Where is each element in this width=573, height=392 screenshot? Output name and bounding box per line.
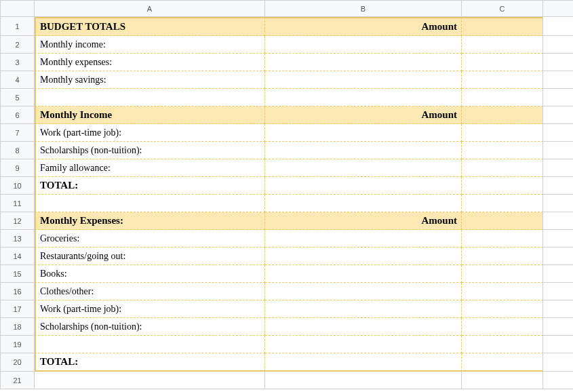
cell-c20[interactable] [462,353,543,372]
cell-a20[interactable]: TOTAL: [35,353,265,372]
row-header-6[interactable]: 6 [1,106,35,124]
cell-c4[interactable] [462,71,543,89]
cell-a11[interactable] [35,195,265,212]
cell-a15[interactable]: Books: [35,265,265,283]
cell-c10[interactable] [462,177,543,195]
row-header-7[interactable]: 7 [1,124,35,142]
cell-extra-10[interactable] [543,177,573,195]
cell-extra-17[interactable] [543,300,573,318]
cell-extra-19[interactable] [543,336,573,353]
cell-b1[interactable]: Amount [265,17,462,36]
cell-b10[interactable] [265,177,462,195]
cell-a10[interactable]: TOTAL: [35,177,265,195]
cell-b15[interactable] [265,265,462,283]
cell-b20[interactable] [265,353,462,372]
cell-a14[interactable]: Restaurants/going out: [35,248,265,265]
row-header-12[interactable]: 12 [1,212,35,230]
cell-extra-6[interactable] [543,106,573,124]
cell-c9[interactable] [462,159,543,177]
column-header-b[interactable]: B [265,1,462,17]
cell-b17[interactable] [265,300,462,318]
column-header-a[interactable]: A [35,1,265,17]
cell-c1[interactable] [462,17,543,36]
cell-a9[interactable]: Family allowance: [35,159,265,177]
cell-a7[interactable]: Work (part-time job): [35,124,265,142]
cell-b5[interactable] [265,89,462,106]
cell-extra-18[interactable] [543,318,573,336]
cell-b8[interactable] [265,142,462,159]
row-header-20[interactable]: 20 [1,353,35,372]
cell-b11[interactable] [265,195,462,212]
cell-a6[interactable]: Monthly Income [35,106,265,124]
cell-b19[interactable] [265,336,462,353]
cell-c8[interactable] [462,142,543,159]
cell-a3[interactable]: Monthly expenses: [35,54,265,71]
cell-extra-1[interactable] [543,17,573,36]
cell-a12[interactable]: Monthly Expenses: [35,212,265,230]
row-header-13[interactable]: 13 [1,230,35,248]
row-header-3[interactable]: 3 [1,54,35,71]
row-header-1[interactable]: 1 [1,17,35,36]
cell-extra-7[interactable] [543,124,573,142]
row-header-2[interactable]: 2 [1,36,35,54]
row-header-16[interactable]: 16 [1,283,35,300]
row-header-9[interactable]: 9 [1,159,35,177]
cell-c3[interactable] [462,54,543,71]
cell-c7[interactable] [462,124,543,142]
column-header-c[interactable]: C [462,1,543,17]
cell-b13[interactable] [265,230,462,248]
cell-c13[interactable] [462,230,543,248]
cell-a16[interactable]: Clothes/other: [35,283,265,300]
cell-c5[interactable] [462,89,543,106]
corner-cell[interactable] [1,1,35,17]
cell-a4[interactable]: Monthly savings: [35,71,265,89]
cell-c16[interactable] [462,283,543,300]
cell-a5[interactable] [35,89,265,106]
cell-extra-21[interactable] [543,372,573,389]
row-header-11[interactable]: 11 [1,195,35,212]
cell-a13[interactable]: Groceries: [35,230,265,248]
cell-b7[interactable] [265,124,462,142]
cell-extra-3[interactable] [543,54,573,71]
cell-a21[interactable] [35,372,265,389]
cell-extra-12[interactable] [543,212,573,230]
cell-extra-4[interactable] [543,71,573,89]
cell-b2[interactable] [265,36,462,54]
cell-b4[interactable] [265,71,462,89]
row-header-10[interactable]: 10 [1,177,35,195]
row-header-19[interactable]: 19 [1,336,35,353]
cell-c17[interactable] [462,300,543,318]
row-header-14[interactable]: 14 [1,248,35,265]
cell-extra-5[interactable] [543,89,573,106]
cell-c2[interactable] [462,36,543,54]
cell-c11[interactable] [462,195,543,212]
row-header-15[interactable]: 15 [1,265,35,283]
cell-extra-14[interactable] [543,248,573,265]
cell-b6[interactable]: Amount [265,106,462,124]
cell-c6[interactable] [462,106,543,124]
cell-b9[interactable] [265,159,462,177]
cell-extra-13[interactable] [543,230,573,248]
cell-c12[interactable] [462,212,543,230]
cell-c14[interactable] [462,248,543,265]
cell-b3[interactable] [265,54,462,71]
cell-c18[interactable] [462,318,543,336]
cell-a17[interactable]: Work (part-time job): [35,300,265,318]
cell-a1[interactable]: BUDGET TOTALS [35,17,265,36]
row-header-21[interactable]: 21 [1,372,35,389]
cell-c15[interactable] [462,265,543,283]
column-header-extra[interactable] [543,1,573,17]
cell-extra-11[interactable] [543,195,573,212]
row-header-4[interactable]: 4 [1,71,35,89]
cell-c21[interactable] [462,372,543,389]
cell-a2[interactable]: Monthly income: [35,36,265,54]
row-header-18[interactable]: 18 [1,318,35,336]
row-header-8[interactable]: 8 [1,142,35,159]
cell-b16[interactable] [265,283,462,300]
cell-c19[interactable] [462,336,543,353]
cell-extra-8[interactable] [543,142,573,159]
cell-extra-9[interactable] [543,159,573,177]
cell-b18[interactable] [265,318,462,336]
cell-a18[interactable]: Scholarships (non-tuition): [35,318,265,336]
cell-b12[interactable]: Amount [265,212,462,230]
